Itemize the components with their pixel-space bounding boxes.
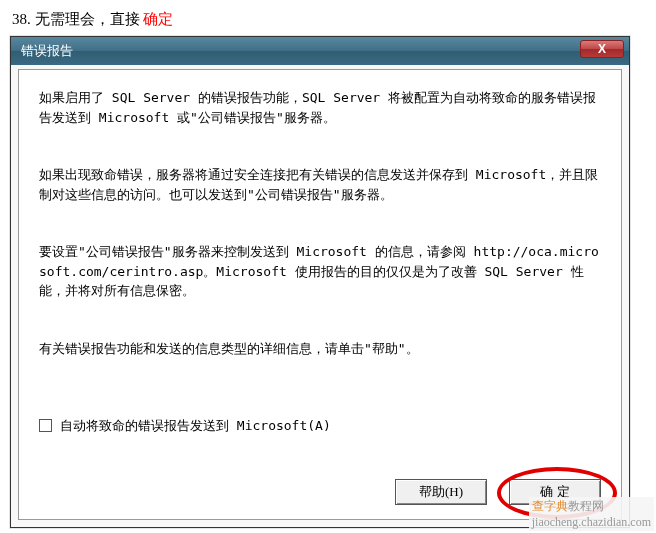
dialog-window: 错误报告 X 如果启用了 SQL Server 的错误报告功能，SQL Serv… xyxy=(10,36,630,528)
close-button[interactable]: X xyxy=(580,40,624,58)
close-icon: X xyxy=(598,42,606,56)
dialog-content: 如果启用了 SQL Server 的错误报告功能，SQL Server 将被配置… xyxy=(18,69,622,520)
step-highlight: 确定 xyxy=(143,11,173,27)
help-button[interactable]: 帮助(H) xyxy=(395,479,487,505)
step-number: 38. xyxy=(12,11,31,27)
paragraph-2: 如果出现致命错误，服务器将通过安全连接把有关错误的信息发送并保存到 Micros… xyxy=(39,165,601,204)
paragraph-3: 要设置"公司错误报告"服务器来控制发送到 Microsoft 的信息，请参阅 h… xyxy=(39,242,601,301)
title-bar: 错误报告 X xyxy=(11,37,629,65)
checkbox-label: 自动将致命的错误报告发送到 Microsoft(A) xyxy=(60,416,331,436)
window-title: 错误报告 xyxy=(21,42,73,60)
paragraph-4: 有关错误报告功能和发送的信息类型的详细信息，请单击"帮助"。 xyxy=(39,339,601,359)
instruction-line: 38. 无需理会，直接 确定 xyxy=(0,0,656,37)
paragraph-1: 如果启用了 SQL Server 的错误报告功能，SQL Server 将被配置… xyxy=(39,88,601,127)
checkbox-row[interactable]: 自动将致命的错误报告发送到 Microsoft(A) xyxy=(39,416,601,436)
button-row: 帮助(H) 确 定 xyxy=(395,479,601,505)
step-text: 无需理会，直接 xyxy=(35,11,140,27)
checkbox-box[interactable] xyxy=(39,419,52,432)
ok-button[interactable]: 确 定 xyxy=(509,479,601,505)
